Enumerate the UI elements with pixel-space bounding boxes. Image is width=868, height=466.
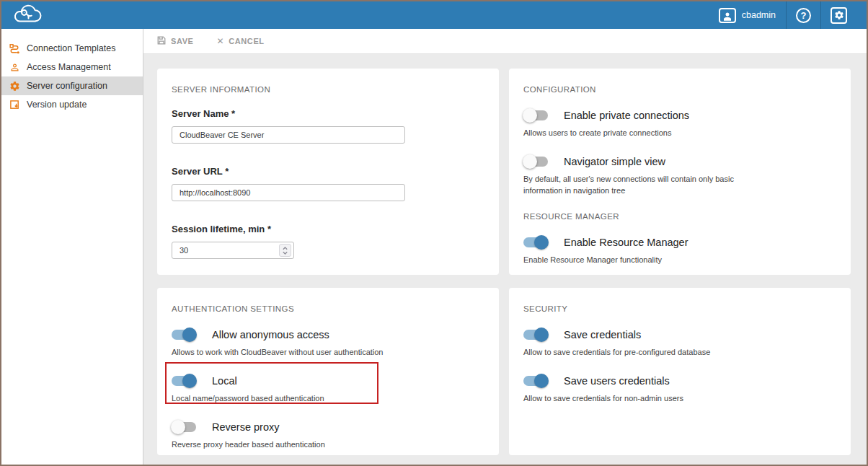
cloudbeaver-logo-icon (10, 4, 43, 26)
save-button-label: SAVE (171, 37, 194, 45)
field-label: Server URL * (172, 165, 484, 178)
top-header-bar: cbadmin ? (1, 1, 867, 29)
toggle-label: Save credentials (564, 329, 641, 340)
resource-manager-section-title: RESOURCE MANAGER (523, 211, 836, 221)
toggle-label: Reverse proxy (212, 421, 279, 433)
sidebar-item-label: Connection Templates (27, 43, 115, 53)
reverse-proxy-toggle[interactable] (172, 422, 196, 432)
cancel-x-icon: ✕ (217, 36, 225, 46)
number-stepper[interactable] (279, 244, 291, 257)
toggle-row-reverse-proxy: Reverse proxy Reverse proxy header based… (172, 419, 484, 450)
toggle-label: Save users credentials (564, 375, 670, 387)
card-title: SECURITY (523, 304, 836, 314)
access-management-icon (9, 61, 20, 73)
settings-content: SERVER INFORMATION Server Name * Server … (143, 54, 867, 465)
connection-templates-icon (9, 43, 20, 54)
app-window: cbadmin ? (0, 0, 868, 466)
toggle-label: Navigator simple view (564, 156, 665, 167)
main-area: SAVE ✕ CANCEL SERVER INFORMATION Server … (143, 29, 867, 465)
toggle-row-save-users-credentials: Save users credentials Allow to save cre… (523, 373, 836, 404)
card-title: SERVER INFORMATION (172, 84, 484, 94)
settings-gear-icon (831, 7, 847, 24)
navigator-simple-view-toggle[interactable] (523, 157, 548, 167)
save-icon (156, 35, 167, 47)
security-card: SECURITY Save credentials Allow to save … (509, 288, 851, 455)
help-icon: ? (796, 8, 811, 23)
toggle-label: Allow anonymous access (212, 329, 329, 340)
sidebar-item-connection-templates[interactable]: Connection Templates (1, 39, 143, 58)
server-name-field: Server Name * (172, 107, 484, 144)
server-information-card: SERVER INFORMATION Server Name * Server … (157, 69, 499, 275)
local-auth-toggle[interactable] (172, 376, 196, 386)
cancel-button[interactable]: ✕ CANCEL (217, 36, 265, 46)
toggle-description: Enable Resource Manager functionality (523, 254, 756, 265)
settings-button[interactable] (821, 1, 856, 29)
enable-private-connections-toggle[interactable] (523, 110, 548, 120)
server-url-input[interactable] (172, 184, 405, 201)
toggle-row-allow-anonymous-access: Allow anonymous access Allows to work wi… (172, 327, 484, 358)
toggle-label: Local (212, 375, 237, 387)
toggle-description: Allows users to create private connectio… (523, 127, 756, 139)
user-menu[interactable]: cbadmin (709, 1, 786, 29)
cancel-button-label: CANCEL (229, 37, 264, 45)
card-title: CONFIGURATION (523, 84, 836, 94)
toggle-row-local: Local Local name/password based authenti… (172, 373, 484, 404)
help-button[interactable]: ? (787, 1, 820, 29)
toggle-description: Allows to work with CloudBeaver without … (172, 346, 404, 358)
toggle-description: Reverse proxy header based authenticatio… (172, 439, 404, 450)
toggle-label: Enable private connections (564, 110, 689, 121)
sidebar-item-label: Access Management (27, 62, 111, 72)
toggle-description: Local name/password based authentication (172, 392, 404, 404)
admin-sidebar: Connection Templates Access Management S… (1, 29, 143, 465)
save-button[interactable]: SAVE (156, 35, 194, 47)
sidebar-item-access-management[interactable]: Access Management (1, 58, 143, 76)
toggle-row-enable-resource-manager: Enable Resource Manager Enable Resource … (523, 234, 836, 265)
allow-anonymous-access-toggle[interactable] (172, 330, 196, 340)
toolbar: SAVE ✕ CANCEL (143, 29, 867, 54)
configuration-card: CONFIGURATION Enable private connections… (509, 69, 851, 275)
server-name-input[interactable] (172, 126, 405, 144)
user-avatar-icon (719, 8, 736, 23)
toggle-description: Allow to save credentials for non-admin … (523, 392, 756, 404)
session-lifetime-input[interactable] (172, 242, 294, 259)
save-credentials-toggle[interactable] (523, 330, 548, 340)
topbar-right-controls: cbadmin ? (709, 1, 856, 29)
username-label: cbadmin (742, 10, 776, 20)
sidebar-item-label: Version update (27, 100, 87, 110)
gear-icon (9, 80, 20, 92)
authentication-settings-card: AUTHENTICATION SETTINGS Allow anonymous … (157, 288, 499, 455)
toggle-description: Allow to save credentials for pre-config… (523, 346, 756, 358)
version-update-icon (9, 99, 20, 110)
card-title: AUTHENTICATION SETTINGS (172, 304, 484, 314)
server-url-field: Server URL * (172, 165, 484, 201)
toggle-row-save-credentials: Save credentials Allow to save credentia… (523, 327, 836, 358)
toggle-row-navigator-simple-view: Navigator simple view By default, all us… (523, 154, 836, 196)
toggle-description: By default, all user's new connections w… (523, 173, 756, 196)
toggle-row-enable-private-connections: Enable private connections Allows users … (523, 107, 836, 139)
enable-resource-manager-toggle[interactable] (523, 237, 548, 247)
sidebar-item-server-configuration[interactable]: Server configuration (1, 76, 143, 95)
save-users-credentials-toggle[interactable] (523, 376, 548, 386)
field-label: Server Name * (172, 107, 484, 120)
session-lifetime-field: Session lifetime, min * (172, 223, 484, 259)
toggle-label: Enable Resource Manager (564, 237, 688, 248)
sidebar-item-version-update[interactable]: Version update (1, 95, 143, 114)
sidebar-item-label: Server configuration (27, 81, 107, 91)
field-label: Session lifetime, min * (172, 223, 484, 236)
